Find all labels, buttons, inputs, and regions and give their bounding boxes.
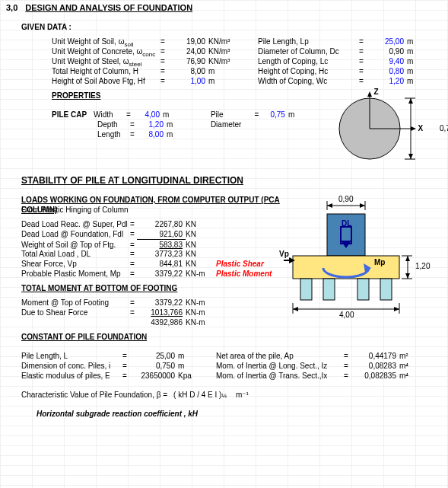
- moment-unit: KN-m: [186, 298, 216, 308]
- load-unit: KN-m: [186, 269, 216, 279]
- load-val: 3773,23: [137, 249, 186, 259]
- param-unit: m: [407, 66, 437, 76]
- param-label: Diameter of Column, Dc: [258, 46, 357, 56]
- section-header: 3,0 DESIGN AND ANALYSIS OF FOUNDATION: [6, 3, 442, 13]
- load-label: Dead Load @ Foundation, Fdl: [21, 229, 128, 239]
- given-data-heading: GIVEN DATA :: [21, 22, 71, 32]
- kh-heading: Horizontal subgrade reaction coefficient…: [37, 409, 198, 419]
- ftg-w-dim: 4,00: [339, 311, 354, 319]
- param-val: 19,00: [167, 37, 208, 46]
- section-title: DESIGN AND ANALYSIS OF FOUNDATION: [25, 3, 192, 13]
- vp-label: Vp: [279, 250, 289, 258]
- ftg-h-dim: 1,20: [415, 262, 430, 270]
- pile-dia-val: 0,75: [261, 110, 288, 120]
- param-val: 1,20: [366, 76, 407, 86]
- svg-rect-22: [300, 279, 312, 300]
- pilecap-label: Depth: [97, 120, 128, 129]
- svg-rect-25: [380, 279, 392, 300]
- axis-z: Z: [374, 88, 379, 96]
- load-unit: KN: [186, 249, 216, 259]
- svg-marker-9: [408, 154, 413, 159]
- param-unit: m: [407, 56, 437, 66]
- pilecap-heading: PILE CAP: [52, 110, 94, 120]
- moment-unit: KN-m: [186, 317, 216, 327]
- svg-marker-35: [405, 273, 410, 279]
- svg-marker-2: [367, 91, 372, 97]
- param-label: Height of Coping, Hc: [258, 66, 357, 76]
- pile-dia-label: Pile Diameter: [211, 110, 253, 129]
- param-unit: KN/m³: [208, 37, 239, 46]
- const-unit: m: [178, 361, 208, 371]
- param-unit: KN/m³: [208, 56, 239, 66]
- section-num: 3,0: [6, 3, 17, 13]
- pilecap-val: 1,20: [137, 120, 167, 129]
- beta-row: Characteristic Value of Pile Foundation,…: [6, 390, 442, 400]
- svg-marker-34: [405, 256, 410, 261]
- const-val: 0,082835: [351, 371, 399, 381]
- moment-val: 3379,22: [137, 298, 186, 308]
- load-unit: KN: [186, 229, 216, 239]
- const-label: Dimension of conc. Piles, i: [21, 361, 120, 371]
- dl-label: DL: [342, 219, 351, 228]
- ftg-top-dim: 0,90: [338, 195, 353, 203]
- load-note: Plastic Moment: [216, 269, 272, 279]
- moment-unit: KN-m: [186, 308, 216, 317]
- load-label: Dead Load Reac. @ Super, Pdl: [21, 219, 128, 229]
- load-val: 921,60: [137, 229, 186, 239]
- moment-label: Moment @ Top of Footing: [21, 298, 128, 308]
- load-val: 2267,80: [137, 219, 186, 229]
- load-label: Probable Plastic Moment, Mp: [21, 269, 128, 279]
- param-unit: m: [208, 76, 239, 86]
- moment-val: 4392,986: [137, 317, 186, 327]
- moment-heading: TOTAL MOMENT AT BOTTOM OF FOOTING: [21, 283, 177, 293]
- svg-marker-29: [293, 307, 298, 311]
- load-label: Total Axial Load , DL: [21, 249, 128, 259]
- pilecap-unit: m: [167, 120, 197, 129]
- param-val: 24,00: [167, 46, 208, 56]
- pilecap-label: Length: [97, 129, 128, 139]
- param-val: 9,40: [366, 56, 407, 66]
- pilecap-val: 4,00: [133, 110, 163, 120]
- param-label: Height of Soil Above Ftg, Hf: [52, 76, 158, 86]
- param-label: Width of Coping, Wc: [258, 76, 357, 86]
- const-label: Pile Length, L: [21, 351, 120, 361]
- param-val: 25,00: [366, 37, 407, 46]
- const-unit: Kpa: [178, 371, 208, 381]
- param-unit: m: [208, 66, 239, 76]
- moment-label: Due to Shear Force: [21, 308, 128, 317]
- svg-marker-30: [394, 307, 399, 311]
- param-unit: m: [407, 37, 437, 46]
- param-val: 76,90: [167, 56, 208, 66]
- pilecap-unit: m: [167, 129, 197, 139]
- load-unit: KN: [186, 259, 216, 269]
- const-unit: m: [178, 351, 208, 361]
- load-unit: KN: [186, 219, 216, 229]
- param-val: 0,90: [366, 46, 407, 56]
- param-label: Total Height of Column, H: [52, 66, 158, 76]
- param-label: Pile Length, Lp: [258, 37, 357, 46]
- svg-marker-14: [360, 203, 365, 208]
- properties-heading: PROPERTIES: [52, 91, 100, 100]
- load-val: 583,83: [137, 239, 186, 250]
- svg-marker-13: [327, 203, 332, 208]
- const-label: Mom. of Inertia @ Trans. Sect.,Ix: [216, 371, 342, 381]
- load-val: 844,81: [137, 259, 186, 269]
- param-label: Length of Coping, Lc: [258, 56, 357, 66]
- loads-subhead: From Plastic Hinging of Column: [21, 205, 129, 215]
- moment-val: 1013,766: [137, 308, 186, 317]
- const-label: Net area of the pile, Ap: [216, 351, 342, 361]
- pile-dia-unit: m: [288, 110, 316, 120]
- param-val: 1,00: [167, 76, 208, 86]
- param-val: 8,00: [167, 66, 208, 76]
- const-label: Mom. of Inertia @ Long. Sect., Iz: [216, 361, 342, 371]
- pilecap-unit: m: [163, 110, 193, 120]
- const-val: 23650000: [129, 371, 178, 381]
- column-section-diagram: Z X 0,75 m: [316, 91, 448, 167]
- load-label: Shear Force, Vp: [21, 259, 128, 269]
- param-unit: m: [407, 46, 437, 56]
- const-val: 0,750: [129, 361, 178, 371]
- svg-marker-4: [411, 126, 416, 131]
- param-unit: m: [407, 76, 437, 86]
- pilecap-val: 8,00: [137, 129, 167, 139]
- const-label: Elastic modulus of piles, E: [21, 371, 120, 381]
